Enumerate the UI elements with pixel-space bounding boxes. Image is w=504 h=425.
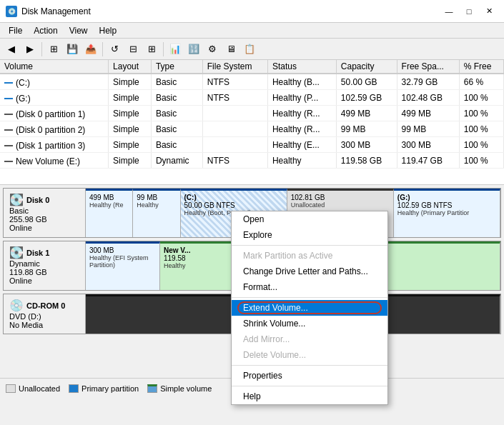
col-status[interactable]: Status [267,60,336,74]
toolbar-sep2 [102,42,103,56]
disk1-status: Online [9,276,79,285]
cell-fs: NTFS [202,90,267,106]
col-pct[interactable]: % Free [459,60,503,74]
menu-file[interactable]: File [3,24,28,37]
legend-simple-box [147,384,157,393]
legend-primary-label: Primary partition [81,384,139,393]
toolbar-btn-8[interactable]: 🔢 [185,41,202,58]
menu-bar: File Action View Help [0,23,504,39]
toolbar-btn-6[interactable]: ⊞ [143,41,160,58]
app-title: Disk Management [21,6,91,16]
ctx-item-open[interactable]: Open [232,211,387,227]
disk1-part1[interactable]: 300 MB Healthy (EFI System Partition) [86,241,160,290]
cell-volume: (C:) [0,74,109,90]
cell-volume: (Disk 0 partition 2) [0,121,109,137]
cell-pct: 100 % [459,137,503,153]
legend-simple: Simple volume [147,384,212,393]
cell-layout: Simple [109,153,152,169]
cell-free: 32.79 GB [397,74,459,90]
disk1-title: Disk 1 [26,249,49,257]
cell-type: Dynamic [151,153,202,169]
ctx-item-format---[interactable]: Format... [232,279,387,295]
legend-primary-box [69,384,79,393]
col-fs[interactable]: File System [202,60,267,74]
volume-table-area: Volume Layout Type File System Status Ca… [0,60,504,185]
maximize-button[interactable]: □ [460,4,478,19]
col-layout[interactable]: Layout [109,60,152,74]
cell-status: Healthy [267,153,336,169]
menu-action[interactable]: Action [28,24,63,37]
table-row[interactable]: (C:) Simple Basic NTFS Healthy (B... 50.… [0,74,504,90]
ctx-item-explore[interactable]: Explore [232,227,387,243]
table-row[interactable]: (Disk 1 partition 3) Simple Basic Health… [0,137,504,153]
toolbar-btn-9[interactable]: ⚙ [204,41,221,58]
ctx-item-extend-volume---[interactable]: Extend Volume... [232,300,387,316]
disk0-size: 255.98 GB [9,215,79,224]
legend-unalloc: Unallocated [6,384,60,393]
menu-help[interactable]: Help [94,24,123,37]
toolbar-btn-2[interactable]: 💾 [64,41,81,58]
col-capacity[interactable]: Capacity [336,60,397,74]
ctx-separator [232,245,387,246]
close-button[interactable]: ✕ [480,4,498,19]
toolbar-sep1 [41,42,42,56]
cell-capacity: 499 MB [336,106,397,121]
forward-button[interactable]: ▶ [21,41,39,58]
table-row[interactable]: (Disk 0 partition 2) Simple Basic Health… [0,121,504,137]
cell-volume: (Disk 0 partition 1) [0,106,109,121]
menu-view[interactable]: View [64,24,94,37]
legend-unalloc-label: Unallocated [19,384,60,393]
table-row[interactable]: New Volume (E:) Simple Dynamic NTFS Heal… [0,153,504,169]
cell-status: Healthy (R... [267,106,336,121]
cell-type: Basic [151,90,202,106]
ctx-item-shrink-volume---[interactable]: Shrink Volume... [232,316,387,331]
cell-volume: (Disk 1 partition 3) [0,137,109,153]
toolbar-btn-5[interactable]: ⊟ [124,41,142,58]
cell-capacity: 50.00 GB [336,74,397,90]
cell-layout: Simple [109,137,152,153]
title-bar: 💿 Disk Management — □ ✕ [0,0,504,23]
col-free[interactable]: Free Spa... [397,60,459,74]
legend-primary: Primary partition [69,384,139,393]
cdrom0-type: DVD (D:) [9,312,79,321]
toolbar-btn-4[interactable]: ↺ [106,41,123,58]
toolbar-btn-7[interactable]: 📊 [167,41,184,58]
disk1-label: 💽 Disk 1 Dynamic 119.88 GB Online [4,241,86,290]
toolbar-btn-10[interactable]: 🖥 [222,41,239,58]
col-volume[interactable]: Volume [0,60,109,74]
cell-free: 499 MB [397,106,459,121]
toolbar-btn-3[interactable]: 📤 [82,41,99,58]
minimize-button[interactable]: — [440,4,458,19]
cell-pct: 100 % [459,106,503,121]
cell-free: 99 MB [397,121,459,137]
legend-unalloc-box [6,384,16,393]
cell-layout: Simple [109,106,152,121]
disk1-type: Dynamic [9,259,79,268]
ctx-separator [232,365,387,366]
table-row[interactable]: (Disk 0 partition 1) Simple Basic Health… [0,106,504,121]
ctx-item-properties[interactable]: Properties [232,368,387,384]
ctx-item-help[interactable]: Help [232,389,387,404]
table-row[interactable]: (G:) Simple Basic NTFS Healthy (P... 102… [0,90,504,106]
disk0-part1[interactable]: 499 MB Healthy (Re [86,189,133,237]
ctx-item-change-drive-letter-and-paths---[interactable]: Change Drive Letter and Paths... [232,264,387,279]
cell-layout: Simple [109,90,152,106]
cell-free: 119.47 GB [397,153,459,169]
cell-pct: 66 % [459,74,503,90]
disk0-part2[interactable]: 99 MB Healthy [133,189,180,237]
back-button[interactable]: ◀ [3,41,20,58]
cell-free: 102.48 GB [397,90,459,106]
toolbar-btn-1[interactable]: ⊞ [45,41,62,58]
cell-status: Healthy (B... [267,74,336,90]
cell-layout: Simple [109,74,152,90]
disk0-part-g[interactable]: (G:) 102.59 GB NTFS Healthy (Primary Par… [394,189,500,237]
ctx-item-add-mirror---: Add Mirror... [232,331,387,347]
cell-layout: Simple [109,121,152,137]
cell-status: Healthy (E... [267,137,336,153]
ctx-separator [232,297,387,298]
cell-capacity: 300 MB [336,137,397,153]
app-icon: 💿 [6,6,17,17]
toolbar-btn-11[interactable]: 📋 [241,41,258,58]
col-type[interactable]: Type [151,60,202,74]
disk0-title: Disk 0 [26,196,49,204]
